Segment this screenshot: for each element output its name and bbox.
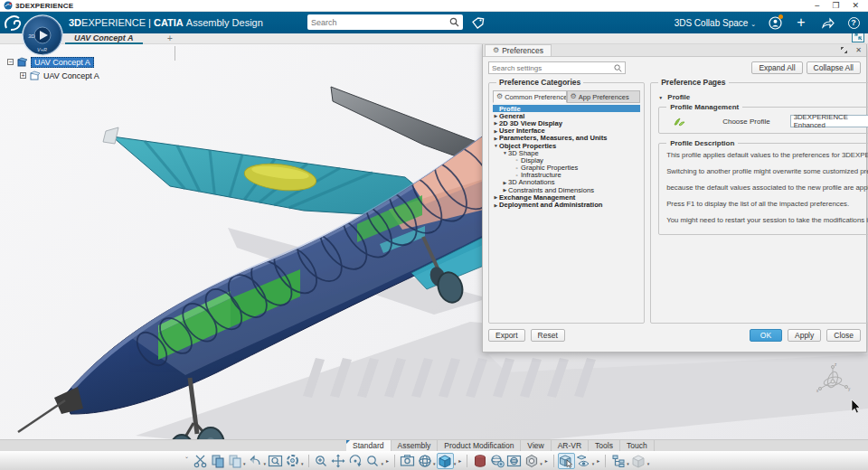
3dexperience-compass[interactable]: 3D V+R xyxy=(22,14,63,56)
tree-node-label[interactable]: UAV Concept A xyxy=(31,57,94,68)
rotate-icon[interactable] xyxy=(347,453,364,469)
category-deployment-and-administration[interactable]: ▶Deployment and Administration xyxy=(493,201,640,208)
search-input[interactable] xyxy=(311,18,449,27)
hide-show-dropdown[interactable]: ▾ xyxy=(592,461,595,466)
twisty-icon[interactable]: ▶ xyxy=(493,136,499,141)
update-icon[interactable] xyxy=(284,453,301,469)
hide-show-icon[interactable] xyxy=(575,453,592,469)
paste-icon[interactable] xyxy=(226,453,243,469)
copy-icon[interactable] xyxy=(209,453,226,469)
add-button[interactable]: + xyxy=(794,15,808,30)
toolbar-tab-ar-vr[interactable]: AR-VR xyxy=(552,440,589,451)
choose-profile-label: Choose Profile xyxy=(722,118,769,126)
cut-icon[interactable] xyxy=(192,453,209,469)
minimize-button[interactable]: – xyxy=(815,0,819,12)
twisty-icon[interactable]: ▶ xyxy=(493,202,499,208)
database-icon[interactable] xyxy=(471,453,488,469)
tab-app-preferences[interactable]: ⚙App Preferences xyxy=(567,90,641,103)
zoom-area-icon[interactable] xyxy=(267,453,284,469)
undo-dropdown[interactable]: ▾ xyxy=(264,461,267,466)
tag-icon[interactable] xyxy=(471,16,485,30)
tab-common-preferences[interactable]: ⚙Common Preferences xyxy=(493,90,567,103)
shaded-cube-dropdown[interactable]: ▾ xyxy=(454,461,457,466)
ghost-cube-dropdown[interactable]: ▾ xyxy=(647,461,650,466)
expand-all-button[interactable]: Expand All xyxy=(751,61,802,74)
update-dropdown[interactable]: ▾ xyxy=(301,461,304,466)
nut-dropdown[interactable]: ▾ xyxy=(540,461,542,466)
paste-dropdown[interactable]: ▾ xyxy=(243,461,246,466)
overflow-chevron[interactable]: ⌄ xyxy=(184,451,189,459)
zoom-dropdown[interactable]: ▾ xyxy=(382,461,384,466)
group-expander[interactable]: ▸ xyxy=(458,457,461,464)
app-logo-icon xyxy=(4,1,13,10)
select-cube-icon[interactable] xyxy=(558,453,575,469)
category-graphic-properties[interactable]: ▫Graphic Properties xyxy=(493,164,640,172)
profile-dropdown[interactable]: 3DEXPERIENCE Enhanced ▼ xyxy=(790,115,868,127)
toolbar-tab-tools[interactable]: Tools xyxy=(589,440,620,451)
twisty-icon[interactable]: ▶ xyxy=(493,113,499,118)
category-3d-shape[interactable]: ▼3D Shape xyxy=(493,149,640,156)
description-line: Press F1 to display the list of all the … xyxy=(666,200,868,208)
share-button[interactable] xyxy=(820,15,835,30)
iso-view-icon[interactable] xyxy=(416,453,433,469)
zoom-in-icon[interactable] xyxy=(313,453,330,469)
globe-box-icon[interactable] xyxy=(505,453,523,469)
expand-icon[interactable]: + xyxy=(20,72,26,79)
tree-node-child[interactable]: + UAV Concept A xyxy=(20,69,99,82)
dialog-close-button[interactable]: ✕ xyxy=(855,46,862,54)
zoom-icon[interactable] xyxy=(364,453,382,469)
collapse-icon[interactable]: − xyxy=(7,59,14,65)
robot-compass[interactable]: z x y xyxy=(814,362,852,396)
session-globe-icon[interactable] xyxy=(488,453,505,469)
capture-icon[interactable] xyxy=(399,453,416,469)
tree-structure-icon[interactable] xyxy=(609,453,627,469)
user-menu-button[interactable] xyxy=(768,15,782,30)
ok-button[interactable]: OK xyxy=(750,329,782,342)
section-expanded-icon[interactable]: ▼ xyxy=(658,95,663,100)
twisty-icon[interactable]: ▶ xyxy=(493,194,499,200)
dialog-restore-icon[interactable] xyxy=(840,46,848,54)
close-button[interactable]: Close xyxy=(826,329,861,342)
maximize-button[interactable]: ❐ xyxy=(832,0,839,12)
help-button[interactable]: ? xyxy=(846,15,861,30)
toolbar-tab-touch[interactable]: Touch xyxy=(620,440,655,451)
global-search[interactable] xyxy=(307,14,463,30)
new-tab-button[interactable]: + xyxy=(167,33,173,43)
collapse-all-button[interactable]: Collapse All xyxy=(807,61,861,74)
tree-structure-dropdown[interactable]: ▾ xyxy=(627,461,629,466)
nut-icon[interactable] xyxy=(523,453,540,469)
twisty-icon[interactable]: ▶ xyxy=(493,128,499,134)
iso-view-dropdown[interactable]: ▾ xyxy=(433,461,436,466)
apply-button[interactable]: Apply xyxy=(788,329,821,342)
profile-section-header[interactable]: ▼ Profile xyxy=(658,93,868,101)
preferences-tab[interactable]: ⚙ Preferences xyxy=(485,44,552,56)
description-line: Switching to another profile might overw… xyxy=(666,167,868,175)
export-button[interactable]: Export xyxy=(488,329,525,342)
toolbar-tab-product-modification[interactable]: Product Modification xyxy=(438,440,521,451)
tree-node-root[interactable]: − UAV Concept A xyxy=(7,55,99,69)
undo-icon[interactable] xyxy=(247,453,264,469)
toolbar-tab-standard[interactable]: Standard xyxy=(346,440,392,451)
toolbar-tab-view[interactable]: View xyxy=(521,440,551,451)
twisty-icon[interactable]: ▶ xyxy=(502,180,508,185)
group-expander[interactable]: ▸ xyxy=(386,457,389,464)
search-icon[interactable] xyxy=(449,17,459,27)
twisty-icon[interactable]: ▶ xyxy=(502,187,508,193)
twisty-icon[interactable]: ▶ xyxy=(493,120,499,126)
group-expander[interactable]: ▸ xyxy=(597,457,599,464)
twisty-icon[interactable]: ▼ xyxy=(493,143,499,148)
reset-button[interactable]: Reset xyxy=(531,329,565,342)
panel-divider[interactable] xyxy=(175,46,175,61)
ghost-cube-icon[interactable] xyxy=(630,453,647,469)
collab-space-selector[interactable]: 3DS Collab Space ⌄ xyxy=(675,18,756,28)
shaded-cube-icon[interactable] xyxy=(437,453,454,469)
tab-uav-concept-a[interactable]: UAV Concept A xyxy=(65,33,143,44)
pan-icon[interactable] xyxy=(330,453,347,469)
twisty-icon[interactable]: ▼ xyxy=(502,150,508,155)
settings-search-input[interactable] xyxy=(492,64,614,72)
group-expander[interactable]: ▸ xyxy=(545,457,548,464)
toolbar-tab-assembly[interactable]: Assembly xyxy=(392,440,439,451)
tree-node-label[interactable]: UAV Concept A xyxy=(43,71,99,80)
close-button[interactable]: ✕ xyxy=(852,0,859,12)
settings-search[interactable] xyxy=(488,61,626,74)
